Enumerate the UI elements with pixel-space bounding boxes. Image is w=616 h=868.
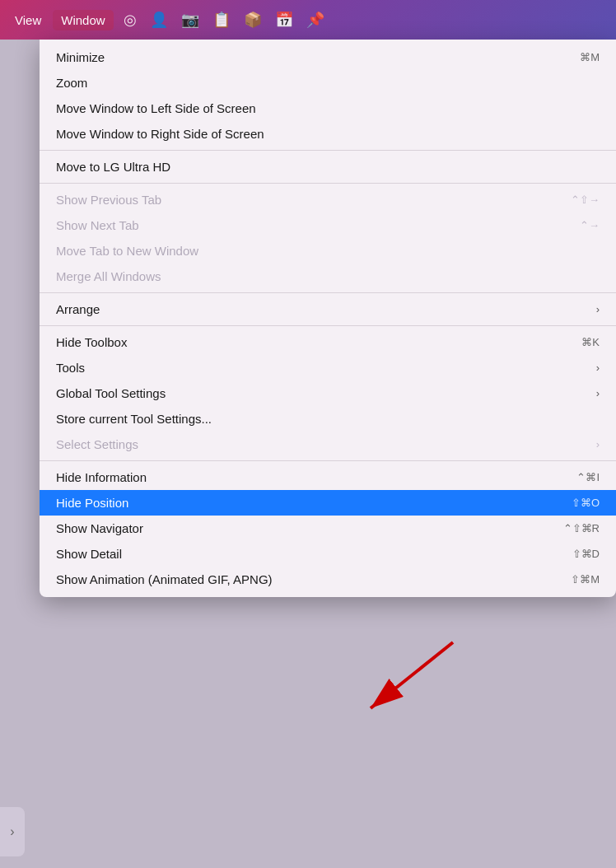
menu-item-next-tab-shortcut: ⌃→ <box>580 219 600 231</box>
menu-item-arrange-label: Arrange <box>56 302 100 316</box>
menu-item-move-tab: Move Tab to New Window <box>40 238 616 264</box>
menu-item-show-navigator-label: Show Navigator <box>56 521 143 535</box>
menu-item-show-navigator[interactable]: Show Navigator ⌃⇧⌘R <box>40 516 616 541</box>
menu-item-minimize-label: Minimize <box>56 50 105 64</box>
menu-item-hide-position-label: Hide Position <box>56 496 128 510</box>
window-menu: Minimize ⌘M Zoom Move Window to Left Sid… <box>40 40 616 597</box>
menu-item-next-tab: Show Next Tab ⌃→ <box>40 212 616 238</box>
menu-item-tools[interactable]: Tools › <box>40 355 616 380</box>
target-icon: ◎ <box>124 11 137 29</box>
menu-item-show-detail-shortcut: ⇧⌘D <box>572 548 600 560</box>
separator-2 <box>40 183 616 184</box>
menu-item-store-tool[interactable]: Store current Tool Settings... <box>40 406 616 432</box>
separator-4 <box>40 325 616 326</box>
sidebar-collapse-button[interactable]: › <box>0 807 25 856</box>
separator-3 <box>40 292 616 293</box>
menu-item-move-left-label: Move Window to Left Side of Screen <box>56 101 256 115</box>
person-icon: 👤 <box>150 11 168 29</box>
menubar: View Window ◎ 👤 📷 📋 📦 📅 📌 <box>0 0 616 40</box>
menu-item-hide-toolbox[interactable]: Hide Toolbox ⌘K <box>40 329 616 355</box>
menu-item-minimize-shortcut: ⌘M <box>580 51 600 63</box>
menu-item-arrange[interactable]: Arrange › <box>40 296 616 322</box>
menu-item-store-tool-label: Store current Tool Settings... <box>56 412 212 426</box>
menu-item-select-settings-label: Select Settings <box>56 437 138 451</box>
menu-item-move-tab-label: Move Tab to New Window <box>56 244 198 258</box>
select-settings-arrow-icon: › <box>596 438 600 450</box>
menu-item-hide-position-shortcut: ⇧⌘O <box>572 497 600 509</box>
separator-5 <box>40 460 616 461</box>
chevron-right-icon: › <box>10 824 14 839</box>
menu-item-hide-info-shortcut: ⌃⌘I <box>576 471 600 483</box>
menubar-icon-group: ◎ 👤 📷 📋 📦 📅 📌 <box>124 11 324 29</box>
menu-item-hide-info-label: Hide Information <box>56 470 147 484</box>
menu-item-move-right-label: Move Window to Right Side of Screen <box>56 127 264 141</box>
menu-item-show-detail-label: Show Detail <box>56 547 122 561</box>
menu-item-show-animation-label: Show Animation (Animated GIF, APNG) <box>56 572 273 586</box>
menu-item-merge-all-label: Merge All Windows <box>56 269 161 283</box>
menu-item-next-tab-label: Show Next Tab <box>56 218 139 232</box>
menu-item-hide-position[interactable]: Hide Position ⇧⌘O <box>40 490 616 516</box>
menu-item-minimize[interactable]: Minimize ⌘M <box>40 44 616 70</box>
svg-line-1 <box>371 642 453 708</box>
box-icon: 📦 <box>244 11 262 29</box>
menu-item-hide-info[interactable]: Hide Information ⌃⌘I <box>40 464 616 490</box>
separator-1 <box>40 150 616 151</box>
arrange-arrow-icon: › <box>596 303 600 315</box>
menu-item-move-left[interactable]: Move Window to Left Side of Screen <box>40 96 616 121</box>
menu-item-move-lg[interactable]: Move to LG Ultra HD <box>40 154 616 180</box>
menu-item-zoom[interactable]: Zoom <box>40 70 616 96</box>
menu-item-global-tool-label: Global Tool Settings <box>56 386 166 400</box>
global-tool-arrow-icon: › <box>596 387 600 399</box>
menubar-view[interactable]: View <box>7 10 49 30</box>
menu-item-prev-tab-shortcut: ⌃⇧→ <box>571 194 600 206</box>
menu-item-show-detail[interactable]: Show Detail ⇧⌘D <box>40 541 616 567</box>
menu-item-tools-label: Tools <box>56 361 85 375</box>
clipboard-icon: 📋 <box>212 11 231 29</box>
menubar-window[interactable]: Window <box>53 10 113 30</box>
calendar-icon: 📅 <box>275 11 293 29</box>
menu-item-select-settings: Select Settings › <box>40 432 616 457</box>
menu-item-move-right[interactable]: Move Window to Right Side of Screen <box>40 121 616 147</box>
menu-item-zoom-label: Zoom <box>56 76 87 90</box>
pin-icon: 📌 <box>306 11 324 29</box>
annotation-arrow <box>288 626 469 741</box>
menu-item-hide-toolbox-shortcut: ⌘K <box>581 336 600 348</box>
menu-item-prev-tab-label: Show Previous Tab <box>56 193 161 207</box>
menu-item-move-lg-label: Move to LG Ultra HD <box>56 160 170 174</box>
menu-item-prev-tab: Show Previous Tab ⌃⇧→ <box>40 187 616 212</box>
camera-icon: 📷 <box>181 11 199 29</box>
menu-item-show-animation-shortcut: ⇧⌘M <box>571 573 600 586</box>
menu-item-show-animation[interactable]: Show Animation (Animated GIF, APNG) ⇧⌘M <box>40 567 616 592</box>
menu-item-hide-toolbox-label: Hide Toolbox <box>56 335 127 349</box>
menu-item-global-tool[interactable]: Global Tool Settings › <box>40 380 616 406</box>
menu-item-show-navigator-shortcut: ⌃⇧⌘R <box>563 522 600 534</box>
menu-item-merge-all: Merge All Windows <box>40 264 616 289</box>
tools-arrow-icon: › <box>596 362 600 374</box>
